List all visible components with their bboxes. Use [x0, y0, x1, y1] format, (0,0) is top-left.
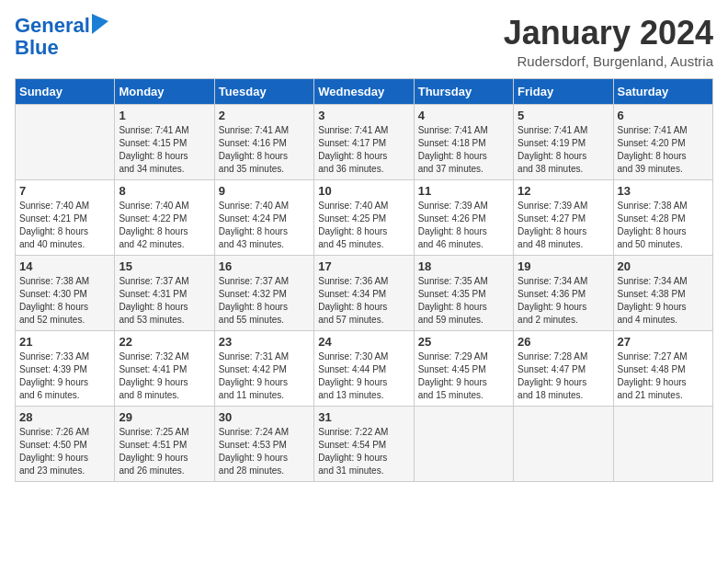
day-number: 29	[119, 410, 210, 424]
cell-content: Sunrise: 7:38 AMSunset: 4:30 PMDaylight:…	[19, 275, 110, 327]
weekday-header-friday: Friday	[514, 78, 613, 104]
calendar-week-2: 7 Sunrise: 7:40 AMSunset: 4:21 PMDayligh…	[16, 179, 713, 255]
cell-content: Sunrise: 7:39 AMSunset: 4:27 PMDaylight:…	[518, 200, 609, 251]
logo-text-blue: Blue	[15, 37, 108, 59]
cell-content: Sunrise: 7:41 AMSunset: 4:18 PMDaylight:…	[418, 124, 509, 176]
cell-content: Sunrise: 7:40 AMSunset: 4:21 PMDaylight:…	[19, 200, 110, 251]
logo: General Blue	[15, 15, 108, 59]
calendar-cell: 12 Sunrise: 7:39 AMSunset: 4:27 PMDaylig…	[514, 179, 613, 255]
calendar-cell: 7 Sunrise: 7:40 AMSunset: 4:21 PMDayligh…	[16, 179, 115, 255]
calendar-cell: 3 Sunrise: 7:41 AMSunset: 4:17 PMDayligh…	[314, 104, 414, 179]
weekday-header-saturday: Saturday	[613, 78, 712, 104]
cell-content: Sunrise: 7:33 AMSunset: 4:39 PMDaylight:…	[19, 350, 110, 402]
weekday-header-sunday: Sunday	[16, 78, 115, 104]
calendar-cell	[514, 406, 613, 481]
day-number: 2	[219, 109, 310, 122]
day-number: 11	[418, 184, 509, 198]
calendar-cell: 5 Sunrise: 7:41 AMSunset: 4:19 PMDayligh…	[514, 104, 613, 179]
weekday-header-thursday: Thursday	[414, 78, 513, 104]
calendar-cell: 20 Sunrise: 7:34 AMSunset: 4:38 PMDaylig…	[613, 255, 712, 330]
day-number: 10	[318, 184, 409, 198]
cell-content: Sunrise: 7:28 AMSunset: 4:47 PMDaylight:…	[518, 350, 609, 402]
day-number: 16	[219, 259, 310, 273]
calendar-week-3: 14 Sunrise: 7:38 AMSunset: 4:30 PMDaylig…	[16, 255, 713, 330]
day-number: 22	[119, 335, 210, 349]
calendar-cell: 4 Sunrise: 7:41 AMSunset: 4:18 PMDayligh…	[414, 104, 513, 179]
cell-content: Sunrise: 7:29 AMSunset: 4:45 PMDaylight:…	[418, 350, 509, 402]
cell-content: Sunrise: 7:37 AMSunset: 4:32 PMDaylight:…	[219, 275, 310, 327]
day-number: 31	[318, 410, 409, 424]
location-subtitle: Rudersdorf, Burgenland, Austria	[504, 53, 713, 69]
day-number: 26	[518, 335, 609, 349]
day-number: 6	[618, 109, 709, 122]
day-number: 27	[618, 335, 709, 349]
cell-content: Sunrise: 7:35 AMSunset: 4:35 PMDaylight:…	[418, 275, 509, 327]
svg-marker-0	[92, 14, 108, 34]
cell-content: Sunrise: 7:41 AMSunset: 4:20 PMDaylight:…	[618, 124, 709, 176]
calendar-cell: 2 Sunrise: 7:41 AMSunset: 4:16 PMDayligh…	[214, 104, 313, 179]
cell-content: Sunrise: 7:41 AMSunset: 4:15 PMDaylight:…	[119, 124, 210, 176]
calendar-cell: 15 Sunrise: 7:37 AMSunset: 4:31 PMDaylig…	[115, 255, 214, 330]
calendar-cell	[414, 406, 513, 481]
calendar-cell: 23 Sunrise: 7:31 AMSunset: 4:42 PMDaylig…	[214, 330, 313, 406]
cell-content: Sunrise: 7:24 AMSunset: 4:53 PMDaylight:…	[219, 426, 310, 477]
day-number: 1	[119, 109, 210, 122]
day-number: 24	[318, 335, 409, 349]
calendar-cell: 9 Sunrise: 7:40 AMSunset: 4:24 PMDayligh…	[214, 179, 313, 255]
cell-content: Sunrise: 7:32 AMSunset: 4:41 PMDaylight:…	[119, 350, 210, 402]
calendar-cell: 11 Sunrise: 7:39 AMSunset: 4:26 PMDaylig…	[414, 179, 513, 255]
calendar-cell: 28 Sunrise: 7:26 AMSunset: 4:50 PMDaylig…	[16, 406, 115, 481]
calendar-cell: 6 Sunrise: 7:41 AMSunset: 4:20 PMDayligh…	[613, 104, 712, 179]
calendar-cell	[16, 104, 115, 179]
cell-content: Sunrise: 7:40 AMSunset: 4:25 PMDaylight:…	[318, 200, 409, 251]
cell-content: Sunrise: 7:38 AMSunset: 4:28 PMDaylight:…	[618, 200, 709, 251]
cell-content: Sunrise: 7:30 AMSunset: 4:44 PMDaylight:…	[318, 350, 409, 402]
calendar-cell: 16 Sunrise: 7:37 AMSunset: 4:32 PMDaylig…	[214, 255, 313, 330]
weekday-header-tuesday: Tuesday	[214, 78, 313, 104]
calendar-cell	[613, 406, 712, 481]
cell-content: Sunrise: 7:39 AMSunset: 4:26 PMDaylight:…	[418, 200, 509, 251]
calendar-week-5: 28 Sunrise: 7:26 AMSunset: 4:50 PMDaylig…	[16, 406, 713, 481]
cell-content: Sunrise: 7:34 AMSunset: 4:38 PMDaylight:…	[618, 275, 709, 327]
cell-content: Sunrise: 7:34 AMSunset: 4:36 PMDaylight:…	[518, 275, 609, 327]
calendar-cell: 18 Sunrise: 7:35 AMSunset: 4:35 PMDaylig…	[414, 255, 513, 330]
day-number: 7	[19, 184, 110, 198]
day-number: 20	[618, 259, 709, 273]
calendar-cell: 27 Sunrise: 7:27 AMSunset: 4:48 PMDaylig…	[613, 330, 712, 406]
cell-content: Sunrise: 7:26 AMSunset: 4:50 PMDaylight:…	[19, 426, 110, 477]
day-number: 12	[518, 184, 609, 198]
calendar-week-1: 1 Sunrise: 7:41 AMSunset: 4:15 PMDayligh…	[16, 104, 713, 179]
calendar-cell: 19 Sunrise: 7:34 AMSunset: 4:36 PMDaylig…	[514, 255, 613, 330]
cell-content: Sunrise: 7:41 AMSunset: 4:17 PMDaylight:…	[318, 124, 409, 176]
calendar-table: SundayMondayTuesdayWednesdayThursdayFrid…	[15, 78, 713, 482]
calendar-cell: 21 Sunrise: 7:33 AMSunset: 4:39 PMDaylig…	[16, 330, 115, 406]
weekday-header-monday: Monday	[115, 78, 214, 104]
calendar-week-4: 21 Sunrise: 7:33 AMSunset: 4:39 PMDaylig…	[16, 330, 713, 406]
title-section: January 2024 Rudersdorf, Burgenland, Aus…	[504, 15, 713, 69]
calendar-cell: 31 Sunrise: 7:22 AMSunset: 4:54 PMDaylig…	[314, 406, 414, 481]
cell-content: Sunrise: 7:37 AMSunset: 4:31 PMDaylight:…	[119, 275, 210, 327]
logo-text: General	[15, 15, 90, 37]
month-year-title: January 2024	[504, 15, 713, 52]
calendar-cell: 25 Sunrise: 7:29 AMSunset: 4:45 PMDaylig…	[414, 330, 513, 406]
cell-content: Sunrise: 7:22 AMSunset: 4:54 PMDaylight:…	[318, 426, 409, 477]
day-number: 23	[219, 335, 310, 349]
day-number: 3	[318, 109, 409, 122]
cell-content: Sunrise: 7:41 AMSunset: 4:19 PMDaylight:…	[518, 124, 609, 176]
logo-icon	[92, 14, 108, 34]
day-number: 9	[219, 184, 310, 198]
cell-content: Sunrise: 7:40 AMSunset: 4:24 PMDaylight:…	[219, 200, 310, 251]
calendar-cell: 1 Sunrise: 7:41 AMSunset: 4:15 PMDayligh…	[115, 104, 214, 179]
day-number: 18	[418, 259, 509, 273]
day-number: 5	[518, 109, 609, 122]
day-number: 14	[19, 259, 110, 273]
day-number: 30	[219, 410, 310, 424]
calendar-cell: 8 Sunrise: 7:40 AMSunset: 4:22 PMDayligh…	[115, 179, 214, 255]
weekday-header-wednesday: Wednesday	[314, 78, 414, 104]
cell-content: Sunrise: 7:36 AMSunset: 4:34 PMDaylight:…	[318, 275, 409, 327]
weekday-header-row: SundayMondayTuesdayWednesdayThursdayFrid…	[16, 78, 713, 104]
calendar-cell: 22 Sunrise: 7:32 AMSunset: 4:41 PMDaylig…	[115, 330, 214, 406]
day-number: 13	[618, 184, 709, 198]
day-number: 28	[19, 410, 110, 424]
calendar-cell: 30 Sunrise: 7:24 AMSunset: 4:53 PMDaylig…	[214, 406, 313, 481]
